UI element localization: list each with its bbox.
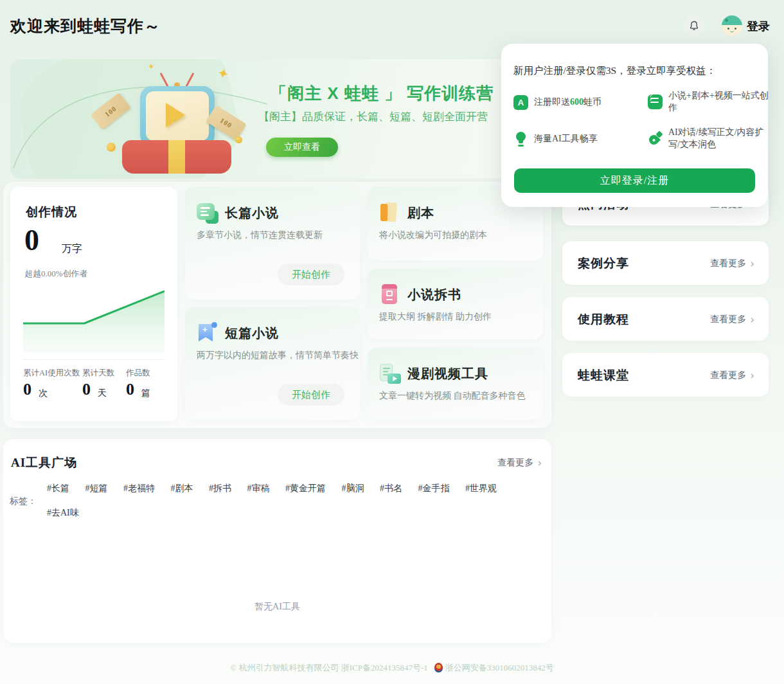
writing-stats-card: 创作情况 0 万字 超越0.00%创作者 累计AI使用次数 累计天数 作品数 0…	[10, 187, 177, 421]
benefit-text: 小说+剧本+视频一站式创作	[668, 90, 771, 114]
view-more-link[interactable]: 查看更多	[497, 457, 542, 469]
gift-box-illustration	[122, 140, 231, 174]
sidebar-card-case-share[interactable]: 案例分享 查看更多	[562, 241, 769, 285]
start-writing-button[interactable]: 开始创作	[278, 384, 344, 406]
metric-unit: 天	[98, 388, 107, 399]
metric-label: 累计天数	[82, 368, 114, 379]
tag-item[interactable]: #长篇	[47, 483, 69, 494]
view-more-link[interactable]: 查看更多	[710, 370, 754, 381]
view-more-label: 查看更多	[497, 457, 533, 469]
tag-item[interactable]: #黄金开篇	[285, 483, 326, 494]
metric-unit: 次	[39, 388, 48, 399]
sidebar-card-title: 案例分享	[578, 255, 629, 272]
word-count-unit: 万字	[62, 242, 82, 256]
tag-item[interactable]: #剧本	[171, 483, 193, 494]
play-triangle-icon	[166, 103, 185, 127]
card-desc: 文章一键转为视频 自动配音多种音色	[379, 390, 526, 402]
tags-row: #去AI味	[47, 507, 93, 519]
benefit-text: 蛙币	[584, 97, 601, 107]
tag-item[interactable]: #审稿	[247, 483, 270, 494]
tag-item[interactable]: #书名	[380, 483, 402, 494]
short-novel-icon: +	[197, 322, 218, 344]
surpass-text: 超越0.00%创作者	[24, 268, 88, 280]
card-title: 剧本	[407, 204, 434, 222]
benefit-item: 小说+剧本+视频一站式创作	[648, 90, 771, 114]
login-register-button[interactable]: 立即登录/注册	[514, 168, 755, 193]
coin-a-icon: A	[513, 95, 528, 110]
banner-title: 「阁主 X 蛙蛙 」 写作训练营	[270, 82, 527, 105]
start-writing-button[interactable]: 开始创作	[278, 264, 344, 285]
lightbulb-icon	[513, 132, 528, 147]
card-desc: 两万字以内的短篇故事，情节简单节奏快	[197, 350, 359, 361]
banner-view-now-button[interactable]: 立即查看	[266, 138, 338, 157]
stats-card-title: 创作情况	[26, 204, 77, 221]
writing-trend-chart	[23, 285, 165, 352]
banner-illustration: 100 100	[81, 64, 254, 177]
benefit-item: AI对话/续写正文/内容扩写/文本润色	[648, 127, 771, 151]
card-long-novel[interactable]: 长篇小说 多章节小说，情节连贯连载更新 开始创作	[185, 187, 360, 300]
page-footer: © 杭州引力智航科技有限公司 浙ICP备2024135847号-1浙公网安备33…	[0, 662, 784, 674]
benefit-text: 海量AI工具畅享	[534, 133, 598, 145]
pen-icon	[648, 131, 663, 146]
tag-item[interactable]: #脑洞	[342, 483, 364, 494]
tag-item[interactable]: #去AI味	[47, 507, 79, 519]
ai-tools-plaza-card: AI工具广场 查看更多 标签： #长篇 #短篇 #老福特 #剧本 #拆书 #审稿…	[3, 439, 551, 643]
coin-icon	[107, 143, 116, 152]
tv-illustration	[140, 86, 215, 147]
sidebar-card-tutorial[interactable]: 使用教程 查看更多	[562, 297, 769, 341]
card-title: 小说拆书	[407, 286, 461, 303]
tag-item[interactable]: #世界观	[465, 483, 497, 494]
tag-item[interactable]: #短篇	[85, 483, 108, 494]
user-avatar[interactable]	[721, 15, 743, 37]
view-more-label: 查看更多	[710, 370, 746, 381]
divider	[23, 359, 165, 360]
benefit-highlight: 600	[570, 97, 584, 107]
tag-item[interactable]: #金手指	[418, 483, 450, 494]
card-novel-deconstruct[interactable]: 小说拆书 提取大纲 拆解剧情 助力创作	[368, 269, 543, 339]
notification-bell-button[interactable]	[684, 15, 704, 36]
page-title: 欢迎来到蛙蛙写作～	[10, 15, 161, 37]
tags-row: #长篇 #短篇 #老福特 #剧本 #拆书 #审稿 #黄金开篇 #脑洞 #书名 #…	[47, 483, 535, 494]
card-short-novel[interactable]: + 短篇小说 两万字以内的短篇故事，情节简单节奏快 开始创作	[185, 307, 360, 420]
word-count-value: 0	[24, 223, 39, 257]
benefit-item: 海量AI工具畅享	[513, 132, 598, 147]
star-icon	[215, 64, 231, 84]
sidebar-card-wawa-class[interactable]: 蛙蛙课堂 查看更多	[562, 353, 769, 397]
benefit-item: A 注册即送600蛙币	[513, 95, 601, 110]
card-title: 漫剧视频工具	[407, 365, 488, 382]
card-title: 短篇小说	[225, 325, 279, 342]
video-tool-icon	[379, 363, 401, 384]
card-desc: 提取大纲 拆解剧情 助力创作	[379, 311, 492, 323]
police-registration: 浙公网安备33010602013842号	[445, 663, 554, 672]
view-more-link[interactable]: 查看更多	[710, 258, 754, 269]
sidebar-card-title: 使用教程	[578, 311, 629, 328]
metric-value: 0	[23, 380, 31, 399]
metric-label: 累计AI使用次数	[23, 368, 80, 379]
banner-subtitle: 【阁主】品质保证，长篇、短篇、短剧全面开营	[258, 109, 541, 124]
card-title: 长篇小说	[225, 204, 279, 222]
promo-banner[interactable]: 100 100 「阁主 X 蛙蛙 」 写作训练营 【阁主】品质保证，长篇、短篇、…	[10, 59, 552, 179]
sidebar-card-title: 蛙蛙课堂	[578, 367, 629, 384]
metric-label: 作品数	[126, 368, 150, 379]
tag-item[interactable]: #拆书	[209, 483, 231, 494]
metric-value: 0	[126, 380, 134, 399]
login-link[interactable]: 登录	[747, 19, 770, 34]
chevron-right-icon	[537, 458, 542, 469]
chevron-right-icon	[750, 258, 754, 269]
metric-unit: 篇	[141, 388, 150, 399]
login-benefits-popup: 新用户注册/登录仅需3S，登录立即享受权益： A 注册即送600蛙币 小说+剧本…	[501, 44, 768, 207]
benefit-text: AI对话/续写正文/内容扩写/文本润色	[668, 127, 771, 151]
view-more-link[interactable]: 查看更多	[710, 314, 754, 325]
empty-state-text: 暂无AI工具	[3, 601, 551, 613]
script-icon	[379, 202, 401, 224]
frog-avatar-icon	[722, 15, 742, 36]
tags-label: 标签：	[10, 496, 37, 507]
company-info: © 杭州引力智航科技有限公司 浙ICP备2024135847号-1	[230, 663, 427, 672]
view-more-label: 查看更多	[710, 258, 746, 269]
metric-value: 0	[82, 380, 91, 399]
plaza-title: AI工具广场	[11, 455, 77, 471]
chevron-right-icon	[750, 314, 754, 325]
card-video-tool[interactable]: 漫剧视频工具 文章一键转为视频 自动配音多种音色	[368, 348, 543, 420]
tag-item[interactable]: #老福特	[123, 483, 155, 494]
coupon-ticket: 100	[91, 93, 131, 130]
